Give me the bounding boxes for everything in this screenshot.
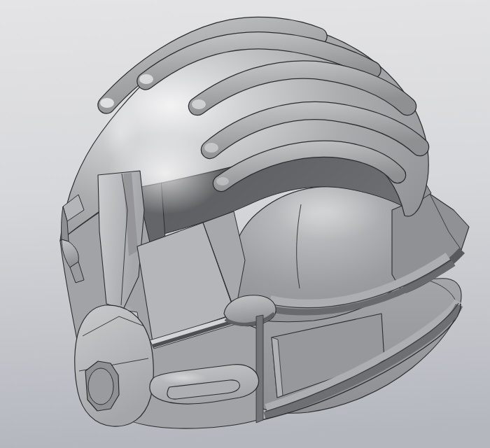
fin-3-cap-highlight <box>192 99 206 109</box>
ear-pod-body <box>75 305 154 426</box>
ear-pod <box>75 305 154 426</box>
fin-1-cap-highlight <box>100 98 114 108</box>
fin-5-cap-highlight <box>216 177 229 186</box>
fin-2-cap-highlight <box>139 74 153 84</box>
jaw-edge-seam <box>256 315 263 423</box>
cad-viewport[interactable] <box>0 0 490 448</box>
ear-pod-core <box>88 368 113 405</box>
fin-4-cap-highlight <box>204 143 218 153</box>
chin-capsule-highlight <box>160 372 207 384</box>
